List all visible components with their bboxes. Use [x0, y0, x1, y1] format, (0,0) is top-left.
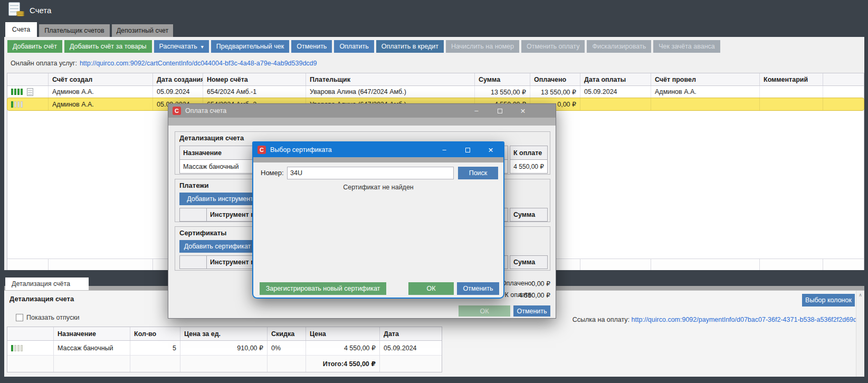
tab-invoices[interactable]: Счета [5, 22, 37, 37]
column-header-discount[interactable]: Скидка [267, 327, 306, 340]
column-header-created-by[interactable]: Счёт создал [48, 73, 152, 85]
details-due-header: К оплате [510, 146, 548, 160]
column-header-pay-date[interactable]: Дата оплаты [580, 73, 651, 85]
cell-comment [759, 98, 823, 110]
column-header-paid[interactable]: Оплачено [530, 73, 580, 85]
cancel-payment-button: Отменить оплату [521, 40, 585, 53]
pay-button[interactable]: Оплатить [334, 40, 374, 53]
add-certificate-label: Добавить сертификат [184, 243, 251, 250]
advance-check-button: Чек зачёта аванса [653, 40, 720, 53]
group-title: Платежи [179, 181, 208, 189]
close-icon[interactable]: ✕ [511, 107, 535, 115]
cell-number: 654/2024 Амб.-1 [203, 86, 306, 98]
cancel-button[interactable]: Отменить [291, 40, 332, 53]
cell-pay-date [580, 98, 651, 110]
ok-button[interactable]: ОК [408, 282, 454, 295]
status-bars-icon [11, 89, 23, 95]
cancel-button[interactable]: Отменить [513, 305, 550, 317]
app-logo-icon: C [173, 107, 181, 115]
details-table-footer: Итого:4 550,00 ₽ [7, 356, 442, 372]
not-found-message: Сертификат не найден [253, 184, 503, 191]
column-header-sum[interactable]: Сумма [474, 73, 530, 85]
minimize-icon[interactable]: – [433, 146, 456, 154]
scroll-up-icon[interactable]: ∧ [859, 292, 862, 377]
column-header-comment[interactable]: Комментарий [759, 73, 823, 85]
maximize-icon[interactable] [456, 148, 479, 152]
payments-sum-header: Сумма [510, 208, 548, 222]
print-button[interactable]: Распечатать ▾ [154, 40, 209, 53]
invoice-details-table: Назначение Кол-во Цена за ед. Скидка Цен… [7, 327, 442, 372]
panel-scrollbar[interactable]: ∧ [856, 291, 864, 377]
details-row-due: 4 550,00 ₽ [510, 159, 548, 174]
toolbar: Добавить счёт Добавить счёт за товары Ра… [7, 40, 720, 53]
add-goods-invoice-button[interactable]: Добавить счёт за товары [64, 40, 152, 53]
online-payment-link[interactable]: http://quirco.com:9092/cartContentInfo/d… [80, 60, 317, 67]
column-header-status[interactable] [7, 73, 48, 85]
invoices-table-header: Счёт создал Дата создания Номер счёта Пл… [7, 73, 864, 86]
certificate-dialog-titlebar[interactable]: C Выбор сертификата – ✕ [253, 142, 503, 157]
total-label: Итого:4 550,00 ₽ [306, 356, 379, 372]
cell-created-by: Админов А.А. [48, 98, 152, 110]
payment-link[interactable]: http://quirco.com:9092/paymentInfo/d07ba… [632, 316, 857, 323]
payment-link-label: Ссылка на оплату: [573, 316, 629, 323]
cell-processed-by: Админов А.А. [651, 86, 759, 98]
certificates-sum-header: Сумма [510, 255, 548, 269]
receipt-icon [27, 88, 33, 96]
group-title: Сертификаты [179, 229, 226, 237]
show-vacations-label: Показать отпуски [26, 314, 80, 321]
choose-columns-button[interactable]: Выбор колонок [802, 294, 855, 307]
add-invoice-button[interactable]: Добавить счёт [7, 40, 62, 53]
table-row[interactable]: Админов А.А. 05.09.2024 654/2024 Амб.-1 … [7, 86, 864, 98]
column-header-purpose[interactable]: Назначение [53, 327, 130, 340]
cell-created-date: 05.09.2024 [152, 86, 203, 98]
fiscalize-button: Фискализировать [587, 40, 651, 53]
preliminary-check-button[interactable]: Предварительный чек [211, 40, 290, 53]
dropdown-arrow-icon: ▾ [201, 44, 204, 50]
cell-paid: 13 550,00 ₽ [530, 86, 580, 98]
column-header-unit-price[interactable]: Цена за ед. [180, 327, 267, 340]
tab-invoice-details[interactable]: Детализация счёта [5, 277, 89, 290]
column-header-created-date[interactable]: Дата создания [152, 73, 203, 85]
cell-pay-date: 05.09.2024 [580, 86, 651, 98]
register-certificate-button[interactable]: Зарегистрировать новый сертификат [260, 282, 386, 295]
number-label: Номер: [261, 169, 285, 177]
column-header-number[interactable]: Номер счёта [203, 73, 306, 85]
dialog-toolbar-band [168, 118, 556, 126]
page-title: Счета [30, 6, 51, 15]
cancel-button[interactable]: Отменить [457, 282, 499, 295]
add-certificate-button[interactable]: Добавить сертификат ▾ [179, 240, 262, 253]
ok-button: ОК [459, 305, 510, 317]
tab-deposit-account[interactable]: Депозитный счет [112, 24, 173, 37]
column-header-date[interactable]: Дата [379, 327, 442, 340]
maximize-icon[interactable] [488, 109, 511, 113]
column-header-price[interactable]: Цена [306, 327, 379, 340]
cell-payer: Уварова Алина (647/2024 Амб.) [306, 86, 474, 98]
column-header-extra[interactable] [823, 73, 864, 85]
column-header-qty[interactable]: Кол-во [130, 327, 180, 340]
payment-dialog-titlebar[interactable]: C Оплата счета – ✕ [168, 104, 556, 118]
charge-to-number-button: Начислить на номер [446, 40, 519, 53]
tabstrip: Счета Плательщик счетов Депозитный счет [0, 20, 868, 37]
due-value: 4 550,00 ₽ [503, 291, 550, 299]
close-icon[interactable]: ✕ [479, 146, 502, 154]
tab-invoice-payer[interactable]: Плательщик счетов [39, 24, 110, 37]
cell-price: 4 550,00 ₽ [306, 341, 379, 356]
status-bars-icon [11, 345, 23, 351]
minimize-icon[interactable]: – [465, 107, 488, 114]
cell-comment [759, 86, 823, 98]
cell-sum: 13 550,00 ₽ [474, 86, 530, 98]
column-header-processed-by[interactable]: Счёт провел [651, 73, 759, 85]
search-button[interactable]: Поиск [458, 167, 498, 179]
show-vacations-checkbox[interactable] [16, 314, 23, 321]
status-bars-icon [11, 101, 23, 108]
cell-purpose: Массаж баночный [53, 341, 130, 356]
payment-dialog-title: Оплата счета [185, 107, 226, 114]
cell-unit-price: 910,00 ₽ [180, 341, 267, 356]
cell-qty: 5 [130, 341, 180, 356]
certificate-number-input[interactable]: 34U [287, 167, 454, 179]
online-payment-label: Онлайн оплата услуг: [11, 60, 77, 67]
pay-credit-button[interactable]: Оплатить в кредит [376, 40, 444, 53]
table-row[interactable]: Массаж баночный 5 910,00 ₽ 0% 4 550,00 ₽… [7, 341, 442, 356]
column-header-payer[interactable]: Плательщик [306, 73, 474, 85]
column-header-status [7, 327, 53, 340]
